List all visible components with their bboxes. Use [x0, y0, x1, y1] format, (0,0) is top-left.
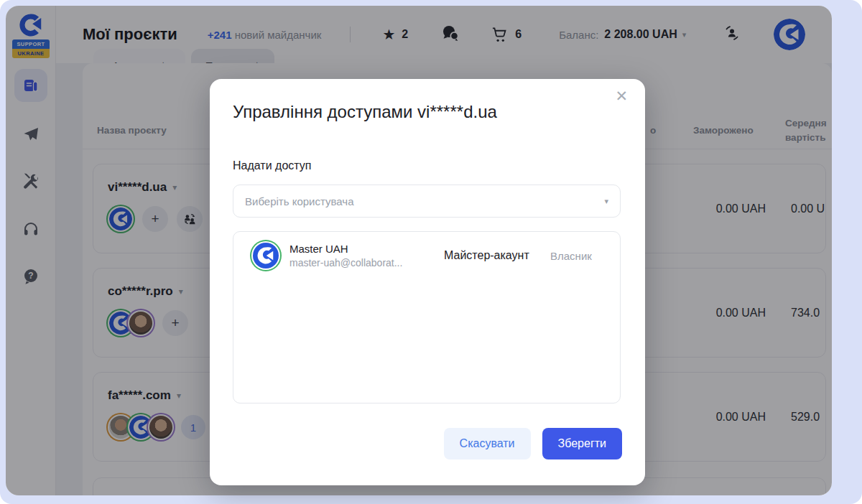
screenshot-frame: SUPPORT UKRAINE ?: [0, 0, 862, 504]
user-select-placeholder: Виберіть користувача: [245, 195, 599, 207]
modal-footer: Скасувати Зберегти: [444, 428, 622, 459]
access-management-modal: ✕ Управління доступами vi*****d.ua Надат…: [210, 79, 645, 485]
user-permission: Власник: [550, 250, 592, 262]
user-select[interactable]: Виберіть користувача ▾: [233, 185, 621, 218]
access-list: Master UAH master-uah@collaborat... Майс…: [233, 231, 621, 403]
close-icon[interactable]: ✕: [611, 88, 632, 104]
save-button[interactable]: Зберегти: [542, 428, 622, 459]
collaborator-avatar-icon: [253, 243, 279, 269]
user-role: Майстер-акаунт: [444, 249, 529, 262]
user-email: master-uah@collaborat...: [289, 257, 426, 269]
user-name: Master UAH: [289, 243, 426, 255]
avatar: [251, 241, 280, 270]
user-info: Master UAH master-uah@collaborat...: [289, 243, 426, 269]
chevron-down-icon: ▾: [604, 197, 608, 206]
modal-title: Управління доступами vi*****d.ua: [233, 102, 497, 122]
access-list-item[interactable]: Master UAH master-uah@collaborat... Майс…: [233, 232, 620, 279]
cancel-button[interactable]: Скасувати: [444, 428, 531, 459]
grant-access-label: Надати доступ: [233, 159, 311, 172]
